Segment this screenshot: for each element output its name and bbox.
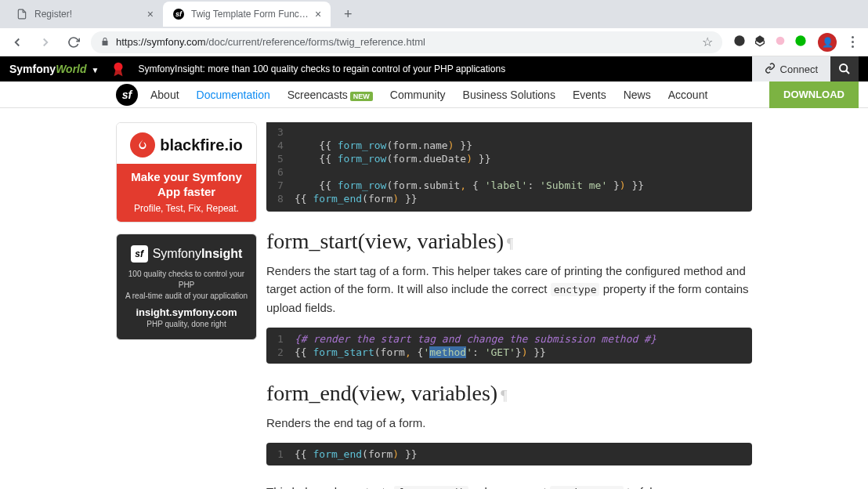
link-icon (765, 63, 776, 76)
tab-title: Register! (34, 9, 72, 20)
close-icon[interactable]: × (147, 8, 154, 20)
inline-code: form_rest() (394, 486, 468, 489)
ext-icon[interactable] (754, 34, 766, 50)
main-nav: sf About Documentation ScreencastsNEW Co… (0, 82, 868, 108)
insight-tag: PHP quality, done right (125, 320, 248, 328)
nav-news[interactable]: News (624, 89, 651, 101)
forward-button[interactable] (34, 31, 56, 53)
ad-blackfire[interactable]: blackfire.io Make your Symfony App faste… (116, 122, 257, 223)
insight-url: insight.symfony.com (125, 306, 248, 318)
tab-register[interactable]: Register! × (6, 2, 163, 27)
code-block-1[interactable]: 3 4 {{ form_row(form.name) }}5 {{ form_r… (266, 122, 752, 212)
ext-icon[interactable] (774, 34, 787, 50)
nav-screencasts[interactable]: ScreencastsNEW (288, 89, 373, 101)
svg-point-0 (734, 35, 744, 45)
symfony-icon: sf (172, 8, 185, 20)
code-block-2[interactable]: 1{# render the start tag and change the … (266, 328, 752, 364)
paragraph: Renders the end tag of a form. (266, 414, 752, 432)
ad-subtext: Profile, Test, Fix, Repeat. (125, 203, 248, 214)
nav-account[interactable]: Account (668, 89, 708, 101)
symfony-logo[interactable]: sf (116, 84, 138, 106)
symfony-world-logo[interactable]: SymfonyWorld▼ (9, 63, 99, 75)
browser-chrome: Register! × sf Twig Template Form Functi… (0, 0, 868, 56)
ad-headline: Make your Symfony App faster (125, 170, 248, 200)
insight-line1: 100 quality checks to control your PHP (125, 269, 248, 291)
heading-form-end: form_end(view, variables)¶ (266, 381, 752, 406)
browser-menu-button[interactable] (843, 36, 862, 48)
pilcrow-icon[interactable]: ¶ (507, 236, 513, 252)
article-body: 3 4 {{ form_row(form.name) }}5 {{ form_r… (266, 122, 868, 489)
svg-point-2 (795, 35, 805, 45)
page-icon (16, 8, 28, 20)
profile-avatar[interactable]: 👤 (818, 33, 837, 52)
nav-about[interactable]: About (150, 89, 179, 101)
pilcrow-icon[interactable]: ¶ (501, 388, 507, 404)
search-button[interactable] (830, 56, 859, 82)
nav-community[interactable]: Community (390, 89, 446, 101)
insight-badge-icon: sf (131, 245, 148, 263)
insight-line2: A real-time audit of your application (125, 291, 248, 302)
promo-bar: SymfonyWorld▼ SymfonyInsight: more than … (0, 56, 868, 82)
bookmark-icon[interactable]: ☆ (702, 34, 713, 49)
blackfire-name: blackfire.io (160, 136, 243, 154)
tab-twig[interactable]: sf Twig Template Form Function e × (163, 2, 331, 27)
ext-icon[interactable] (794, 34, 807, 50)
paragraph: This helper also outputs form_rest() unl… (266, 483, 752, 489)
sidebar: blackfire.io Make your Symfony App faste… (0, 122, 266, 489)
reload-button[interactable] (63, 31, 85, 53)
promo-message[interactable]: SymfonyInsight: more than 100 quality ch… (138, 63, 751, 74)
tab-strip: Register! × sf Twig Template Form Functi… (0, 0, 868, 28)
nav-business[interactable]: Business Solutions (463, 89, 555, 101)
back-button[interactable] (6, 31, 28, 53)
nav-documentation[interactable]: Documentation (197, 89, 270, 101)
paragraph: Renders the start tag of a form. This he… (266, 262, 752, 317)
address-bar[interactable]: https://symfony.com/doc/current/referenc… (91, 31, 722, 53)
extension-icons (729, 34, 812, 50)
lock-icon (100, 35, 110, 49)
svg-line-5 (846, 71, 849, 74)
inline-code: render_rest (550, 486, 624, 489)
flame-icon (130, 132, 155, 158)
url-text: https://symfony.com/doc/current/referenc… (116, 36, 696, 48)
browser-toolbar: https://symfony.com/doc/current/referenc… (0, 28, 868, 56)
inline-code: enctype (551, 283, 600, 296)
ad-insight[interactable]: sf SymfonyInsight 100 quality checks to … (116, 234, 257, 340)
heading-form-start: form_start(view, variables)¶ (266, 229, 752, 254)
new-tab-button[interactable]: + (337, 3, 359, 25)
badge-icon (110, 60, 127, 78)
content-area: blackfire.io Make your Symfony App faste… (0, 108, 868, 489)
code-block-3[interactable]: 1{{ form_end(form) }} (266, 443, 752, 465)
download-button[interactable]: DOWNLOAD (769, 82, 859, 108)
ext-icon[interactable] (733, 34, 746, 50)
svg-point-3 (114, 63, 123, 71)
new-badge: NEW (350, 92, 373, 101)
svg-point-1 (776, 36, 785, 45)
nav-events[interactable]: Events (573, 89, 606, 101)
close-icon[interactable]: × (315, 8, 321, 20)
svg-point-4 (840, 64, 847, 71)
tab-title: Twig Template Form Function e (191, 9, 309, 20)
connect-button[interactable]: Connect (752, 56, 830, 82)
